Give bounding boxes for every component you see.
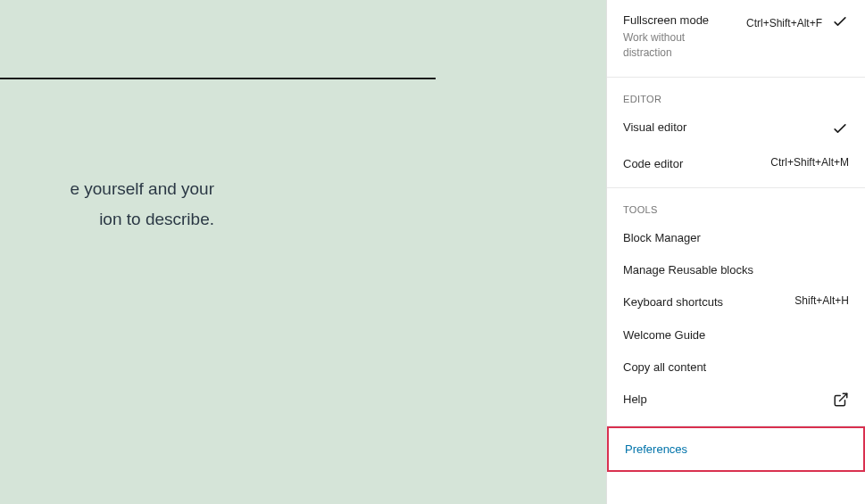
fullscreen-title: Fullscreen mode	[623, 12, 730, 29]
editor-group-label: Editor	[607, 85, 865, 112]
keyboard-shortcuts-title: Keyboard shortcuts	[623, 294, 723, 310]
menu-item-code-editor[interactable]: Code editor Ctrl+Shift+Alt+M	[607, 148, 865, 180]
help-title: Help	[623, 392, 647, 408]
svg-line-0	[840, 393, 847, 401]
menu-item-reusable-blocks[interactable]: Manage Reusable blocks	[607, 254, 865, 286]
code-editor-title: Code editor	[623, 156, 683, 172]
title-underline	[0, 78, 436, 79]
code-editor-shortcut: Ctrl+Shift+Alt+M	[770, 156, 849, 169]
keyboard-shortcuts-shortcut: Shift+Alt+H	[794, 294, 849, 307]
editor-group: Editor Visual editor Code editor Ctrl+Sh…	[607, 78, 865, 188]
view-group: Fullscreen mode Work without distraction…	[607, 0, 865, 78]
preferences-label: Preferences	[625, 442, 687, 456]
editor-text-line-1: e yourself and your	[0, 174, 214, 204]
editor-body-text[interactable]: e yourself and your ion to describe.	[0, 174, 214, 235]
editor-canvas[interactable]: e yourself and your ion to describe.	[0, 0, 606, 504]
tools-group: Tools Block Manager Manage Reusable bloc…	[607, 188, 865, 426]
menu-item-copy-all[interactable]: Copy all content	[607, 351, 865, 384]
reusable-blocks-title: Manage Reusable blocks	[623, 262, 753, 278]
block-manager-title: Block Manager	[623, 230, 701, 246]
editor-text-line-2: ion to describe.	[0, 204, 214, 235]
preferences-highlight: Preferences	[607, 426, 865, 472]
check-icon	[831, 120, 849, 140]
menu-item-block-manager[interactable]: Block Manager	[607, 222, 865, 254]
welcome-guide-title: Welcome Guide	[623, 327, 705, 343]
menu-item-preferences[interactable]: Preferences	[609, 428, 863, 470]
check-icon	[831, 12, 849, 33]
menu-item-keyboard-shortcuts[interactable]: Keyboard shortcuts Shift+Alt+H	[607, 286, 865, 318]
external-link-icon	[833, 392, 849, 410]
menu-item-fullscreen[interactable]: Fullscreen mode Work without distraction…	[607, 7, 865, 70]
fullscreen-shortcut: Ctrl+Shift+Alt+F	[746, 17, 822, 29]
fullscreen-desc: Work without distraction	[623, 30, 730, 61]
options-menu: Fullscreen mode Work without distraction…	[606, 0, 865, 504]
menu-item-visual-editor[interactable]: Visual editor	[607, 112, 865, 148]
menu-item-help[interactable]: Help	[607, 384, 865, 418]
tools-group-label: Tools	[607, 195, 865, 222]
copy-all-title: Copy all content	[623, 359, 706, 376]
visual-editor-title: Visual editor	[623, 120, 686, 136]
menu-item-welcome-guide[interactable]: Welcome Guide	[607, 319, 865, 351]
